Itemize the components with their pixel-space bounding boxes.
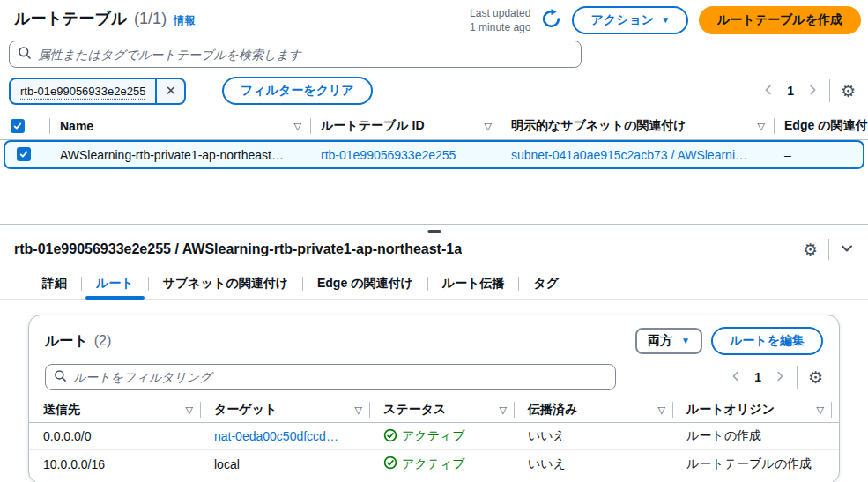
sort-icon: ▽ (485, 121, 492, 132)
info-link[interactable]: 情報 (174, 13, 195, 28)
column-label: ステータス (383, 402, 446, 418)
route-filter-mode-dropdown[interactable]: 両方 ▼ (635, 328, 702, 354)
refresh-icon (541, 9, 561, 32)
filter-token-remove-button[interactable]: ✕ (155, 79, 184, 103)
current-page[interactable]: 1 (744, 370, 772, 384)
routes-filter-input[interactable] (73, 370, 607, 384)
routes-card: ルート (2) 両方 ▼ ルートを編集 1 (28, 315, 840, 482)
panel-title: rtb-01e99056933e2e255 / AWSlearning-rtb-… (14, 241, 462, 257)
tab-route-propagation[interactable]: ルート伝播 (428, 269, 519, 299)
subnet-association-link[interactable]: subnet-041a0ae915c2acb73 / AWSlearni… (511, 148, 747, 162)
previous-page-button[interactable] (730, 370, 742, 385)
caret-down-icon: ▼ (681, 337, 690, 345)
routes-header-row: 送信先 ▽ ターゲット ▽ ステータス ▽ 伝播済み ▽ ルートオリジン ▽ (29, 397, 839, 423)
last-updated-label: Last updated (470, 6, 530, 20)
sort-icon: ▽ (817, 404, 824, 416)
select-all-checkbox[interactable] (11, 119, 25, 133)
edit-routes-button[interactable]: ルートを編集 (711, 327, 823, 355)
tab-routes[interactable]: ルート (82, 269, 148, 299)
last-updated: Last updated 1 minute ago (470, 6, 530, 34)
search-box[interactable] (9, 41, 582, 68)
close-icon: ✕ (165, 83, 176, 99)
previous-page-button[interactable] (762, 84, 775, 99)
column-label: 明示的なサブネットの関連付け (511, 118, 686, 134)
column-label: 伝播済み (528, 402, 577, 418)
route-target-link[interactable]: nat-0eda00c50dfccd… (214, 429, 338, 443)
tab-edge-associations[interactable]: Edge の関連付け (303, 269, 427, 299)
status-label: アクティブ (402, 456, 465, 472)
tab-subnet-associations[interactable]: サブネットの関連付け (149, 269, 302, 299)
search-input[interactable] (38, 48, 573, 62)
search-icon (54, 369, 67, 385)
route-origin: ルートの作成 (672, 428, 831, 444)
column-header-target[interactable]: ターゲット ▽ (200, 397, 369, 422)
column-header-route-table-id[interactable]: ルートテーブル ID ▽ (310, 113, 501, 139)
column-header-route-origin[interactable]: ルートオリジン ▽ (672, 397, 831, 422)
search-row (0, 34, 868, 68)
column-header-destination[interactable]: 送信先 ▽ (29, 397, 200, 422)
chevron-left-icon (762, 84, 775, 99)
tab-details[interactable]: 詳細 (28, 269, 81, 299)
route-origin: ルートテーブルの作成 (672, 456, 831, 472)
routes-settings-gear-icon[interactable]: ⚙ (808, 369, 823, 386)
chevron-down-icon (840, 241, 854, 258)
sort-icon: ▽ (658, 404, 665, 416)
actions-button[interactable]: アクション ▼ (572, 6, 688, 34)
route-table-id-link[interactable]: rtb-01e99056933e2e255 (321, 148, 456, 162)
routes-filter-box[interactable] (45, 364, 616, 390)
page-title: ルートテーブル (14, 8, 127, 29)
next-page-button[interactable] (806, 84, 819, 99)
row-checkbox[interactable] (17, 147, 31, 161)
sort-icon: ▽ (294, 121, 301, 132)
collapse-panel-button[interactable] (840, 241, 854, 258)
table-row[interactable]: AWSlearning-rtb-private1-ap-northeast… r… (4, 140, 864, 169)
clear-filters-label: フィルターをクリア (241, 83, 354, 99)
column-header-subnet-association[interactable]: 明示的なサブネットの関連付け ▽ (501, 113, 774, 139)
column-label: 送信先 (43, 402, 80, 418)
create-route-table-button[interactable]: ルートテーブルを作成 (699, 6, 861, 34)
route-destination: 10.0.0.0/16 (29, 457, 200, 471)
refresh-button[interactable] (541, 9, 561, 32)
title-group: ルートテーブル (1/1) 情報 (14, 6, 195, 29)
resource-count: (1/1) (134, 10, 167, 28)
column-label: ルートテーブル ID (321, 118, 425, 134)
column-header-propagated[interactable]: 伝播済み ▽ (514, 397, 672, 422)
sort-icon: ▽ (758, 121, 765, 132)
route-propagated: いいえ (514, 456, 672, 472)
chevron-right-icon (806, 84, 819, 99)
routes-title: ルート (45, 332, 88, 351)
tab-tags[interactable]: タグ (519, 269, 573, 299)
row-name: AWSlearning-rtb-private1-ap-northeast… (49, 148, 310, 162)
vertical-divider (204, 78, 204, 104)
route-propagated: いいえ (514, 428, 672, 444)
edit-routes-label: ルートを編集 (730, 333, 805, 349)
routes-count: (2) (94, 333, 112, 349)
panel-header: rtb-01e99056933e2e255 / AWSlearning-rtb-… (0, 235, 868, 269)
select-all-cell (0, 113, 49, 139)
vertical-divider (797, 366, 798, 389)
current-page[interactable]: 1 (776, 84, 805, 98)
panel-settings-gear-icon[interactable]: ⚙ (803, 241, 818, 258)
filter-token: rtb-01e99056933e2e255 ✕ (9, 78, 186, 105)
last-updated-value: 1 minute ago (470, 20, 530, 34)
clear-filters-button[interactable]: フィルターをクリア (222, 77, 373, 105)
panel-drag-handle[interactable] (427, 230, 441, 233)
table-settings-gear-icon[interactable]: ⚙ (841, 83, 856, 100)
column-header-name[interactable]: Name ▽ (49, 113, 310, 139)
route-status: アクティブ (383, 456, 465, 472)
column-label: Edge の関連付け (784, 118, 868, 134)
route-destination: 0.0.0.0/0 (29, 429, 200, 443)
column-header-edge-association[interactable]: Edge の関連付け (774, 113, 868, 139)
vertical-divider (829, 79, 830, 102)
route-filter-mode-label: 両方 (648, 333, 672, 349)
actions-button-label: アクション (590, 12, 654, 28)
column-header-status[interactable]: ステータス ▽ (369, 397, 514, 422)
column-label: ターゲット (214, 402, 277, 418)
next-page-button[interactable] (774, 370, 786, 385)
sort-icon: ▽ (355, 404, 362, 416)
panel-tabs: 詳細 ルート サブネットの関連付け Edge の関連付け ルート伝播 タグ (0, 269, 868, 300)
route-row: 0.0.0.0/0 nat-0eda00c50dfccd… アクティブ いいえ … (29, 423, 839, 450)
routes-filter-row: 1 ⚙ (29, 359, 839, 394)
filter-token-label[interactable]: rtb-01e99056933e2e255 (11, 79, 155, 103)
routes-pagination: 1 ⚙ (730, 366, 823, 389)
